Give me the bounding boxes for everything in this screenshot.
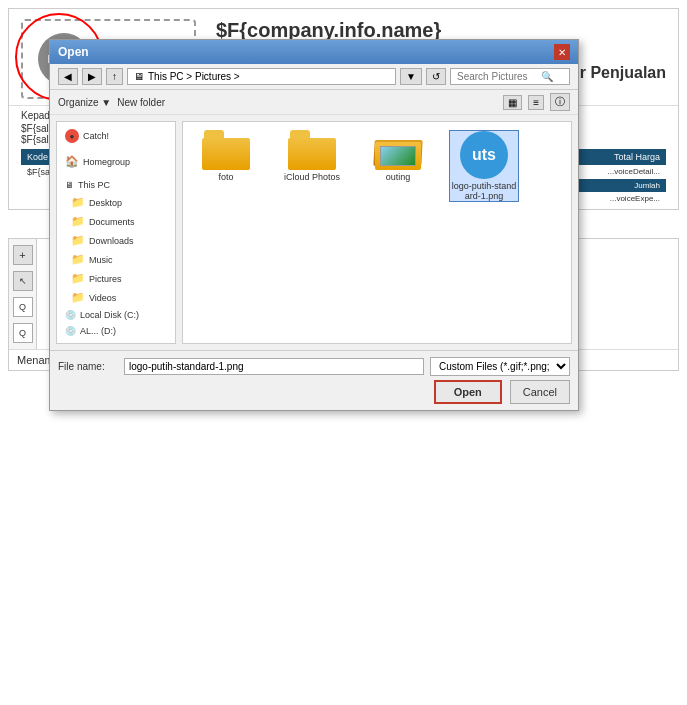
search-input[interactable]: [457, 71, 537, 82]
view-list-button[interactable]: ≡: [528, 95, 544, 110]
dialog-close-button[interactable]: ✕: [554, 44, 570, 60]
search-box: 🔍: [450, 68, 570, 85]
sidebar-item-documents[interactable]: 📁 Documents: [61, 212, 171, 231]
pictures-folder-icon: 📁: [71, 272, 85, 285]
file-item-logo-png[interactable]: uts logo-putih-standard-1.png: [449, 130, 519, 202]
zoom-out-tool-button[interactable]: Q: [13, 323, 33, 343]
file-item-outing[interactable]: outing: [363, 130, 433, 202]
sidebar-item-desktop[interactable]: 📁 Desktop: [61, 193, 171, 212]
desktop-folder-icon: 📁: [71, 196, 85, 209]
thispc-icon: 🖥: [65, 180, 74, 190]
music-folder-icon: 📁: [71, 253, 85, 266]
sidebar-item-videos[interactable]: 📁 Videos: [61, 288, 171, 307]
filename-label: File name:: [58, 361, 118, 372]
videos-folder-icon: 📁: [71, 291, 85, 304]
sidebar-item-downloads[interactable]: 📁 Downloads: [61, 231, 171, 250]
path-icon: 🖥: [134, 71, 144, 82]
catchit-icon: ●: [65, 129, 79, 143]
sidebar-item-localc[interactable]: 💿 Local Disk (C:): [61, 307, 171, 323]
documents-folder-icon: 📁: [71, 215, 85, 228]
footer-filename-row: File name: Custom Files (*.gif;*.png;*.j…: [58, 357, 570, 376]
icloud-folder-icon: [288, 130, 336, 170]
dialog-content: ● Catch! 🏠 Homegroup 🖥 This PC 📁 Desktop: [50, 115, 578, 350]
zoom-in-tool-button[interactable]: Q: [13, 297, 33, 317]
refresh-button[interactable]: ↺: [426, 68, 446, 85]
search-icon: 🔍: [541, 71, 553, 82]
organize-label[interactable]: Organize ▼: [58, 97, 111, 108]
file-item-foto[interactable]: foto: [191, 130, 261, 202]
footer-buttons: Open Cancel: [58, 380, 570, 404]
new-folder-button[interactable]: New folder: [117, 97, 165, 108]
cursor-tool-button[interactable]: ↖: [13, 271, 33, 291]
path-text: This PC > Pictures >: [148, 71, 240, 82]
dialog-main-area: foto iCloud Photos: [182, 121, 572, 344]
file-type-dropdown[interactable]: Custom Files (*.gif;*.png;*.jpg;*: [430, 357, 570, 376]
path-dropdown-button[interactable]: ▼: [400, 68, 422, 85]
dialog-title: Open: [58, 45, 89, 59]
sidebar-item-diskd[interactable]: 💿 AL... (D:): [61, 323, 171, 339]
plus-tool-button[interactable]: +: [13, 245, 33, 265]
open-dialog: Open ✕ ◀ ▶ ↑ 🖥 This PC > Pictures > ▼ ↺ …: [49, 39, 579, 411]
diskc-icon: 💿: [65, 310, 76, 320]
organize-bar: Organize ▼ New folder ▦ ≡ ⓘ: [50, 90, 578, 115]
diskd-icon: 💿: [65, 326, 76, 336]
logo-png-thumbnail: uts: [460, 131, 508, 179]
dialog-toolbar: ◀ ▶ ↑ 🖥 This PC > Pictures > ▼ ↺ 🔍: [50, 64, 578, 90]
top-invoice-section: LOGO PASANG LOGO PERUSAHAAN ANDA DISINI …: [8, 8, 679, 210]
view-info-button[interactable]: ⓘ: [550, 93, 570, 111]
file-item-icloud[interactable]: iCloud Photos: [277, 130, 347, 202]
filename-input[interactable]: [124, 358, 424, 375]
homegroup-icon: 🏠: [65, 155, 79, 168]
cancel-button[interactable]: Cancel: [510, 380, 570, 404]
sidebar-item-thispc[interactable]: 🖥 This PC: [61, 177, 171, 193]
downloads-folder-icon: 📁: [71, 234, 85, 247]
open-button[interactable]: Open: [434, 380, 502, 404]
path-bar: 🖥 This PC > Pictures >: [127, 68, 396, 85]
nav-back-button[interactable]: ◀: [58, 68, 78, 85]
nav-forward-button[interactable]: ▶: [82, 68, 102, 85]
nav-up-button[interactable]: ↑: [106, 68, 123, 85]
sidebar-item-music[interactable]: 📁 Music: [61, 250, 171, 269]
foto-folder-icon: [202, 130, 250, 170]
view-icon-button[interactable]: ▦: [503, 95, 522, 110]
dialog-footer: File name: Custom Files (*.gif;*.png;*.j…: [50, 350, 578, 410]
dialog-titlebar: Open ✕: [50, 40, 578, 64]
sidebar-item-pictures[interactable]: 📁 Pictures: [61, 269, 171, 288]
sidebar-item-homegroup[interactable]: 🏠 Homegroup: [61, 152, 171, 171]
side-tools: + ↖ Q Q: [9, 239, 37, 349]
outing-folder-icon: [374, 130, 422, 170]
dialog-sidebar: ● Catch! 🏠 Homegroup 🖥 This PC 📁 Desktop: [56, 121, 176, 344]
sidebar-item-catchit[interactable]: ● Catch!: [61, 126, 171, 146]
